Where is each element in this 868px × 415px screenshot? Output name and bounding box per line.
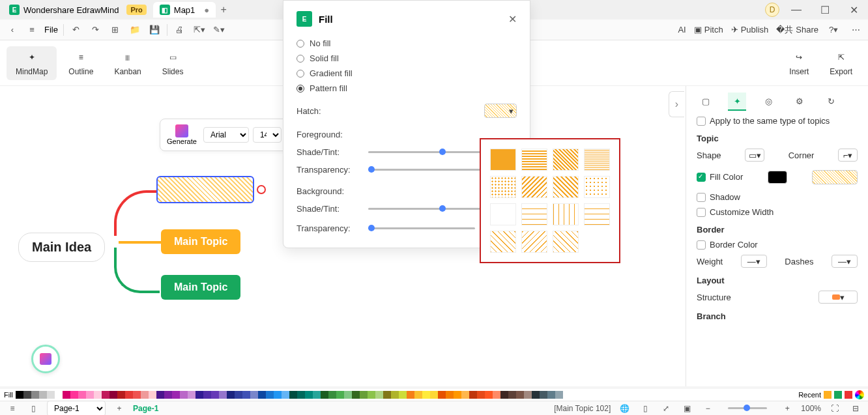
color-swatch[interactable]: [485, 391, 493, 399]
color-swatch[interactable]: [368, 391, 375, 399]
color-swatch[interactable]: [94, 391, 102, 399]
color-swatch[interactable]: [258, 391, 266, 399]
central-node[interactable]: Main Idea: [18, 233, 105, 262]
pitch-button[interactable]: ▣Pitch: [694, 25, 723, 35]
outline-view-button[interactable]: ≡: [5, 401, 20, 416]
export-dd-button[interactable]: ⇱▾: [192, 23, 207, 37]
color-swatch[interactable]: [227, 391, 235, 399]
color-swatch[interactable]: [422, 391, 430, 399]
mode-mindmap[interactable]: ✦MindMap: [7, 46, 57, 80]
color-swatch[interactable]: [86, 391, 94, 399]
color-swatch[interactable]: [211, 391, 219, 399]
redo-button[interactable]: ↷: [89, 23, 103, 37]
color-swatch[interactable]: [164, 391, 172, 399]
weight-dropdown[interactable]: —▾: [741, 255, 767, 268]
color-swatch[interactable]: [547, 391, 555, 399]
pattern-swatch[interactable]: [553, 176, 579, 198]
menu-button[interactable]: ≡: [25, 23, 39, 37]
topic-node[interactable]: Main Topic: [161, 229, 240, 254]
color-swatch[interactable]: [55, 391, 63, 399]
font-select[interactable]: Arial: [203, 127, 249, 143]
color-swatch[interactable]: [414, 391, 422, 399]
color-swatch[interactable]: [540, 391, 547, 399]
radio-solid-fill[interactable]: Solid fill: [297, 51, 517, 66]
color-swatch[interactable]: [430, 391, 438, 399]
pattern-swatch[interactable]: [521, 149, 547, 171]
pattern-swatch[interactable]: [521, 176, 547, 198]
shape-dropdown[interactable]: ▭▾: [745, 149, 764, 162]
pattern-swatch[interactable]: [490, 203, 516, 225]
add-node-button[interactable]: ⊞: [108, 23, 123, 37]
color-wheel-button[interactable]: [855, 390, 864, 399]
ai-fab-button[interactable]: [31, 345, 60, 373]
maximize-button[interactable]: ☐: [813, 1, 837, 19]
color-swatch[interactable]: [375, 391, 383, 399]
color-swatch[interactable]: [266, 391, 274, 399]
color-swatch[interactable]: [149, 391, 156, 399]
color-swatch[interactable]: [188, 391, 195, 399]
pattern-swatch[interactable]: [553, 203, 579, 225]
pattern-swatch[interactable]: [490, 149, 516, 171]
generate-button[interactable]: Generate: [164, 122, 199, 148]
color-swatch[interactable]: [78, 391, 86, 399]
collapse-status-button[interactable]: ⊟: [848, 401, 863, 416]
panel-tab-history[interactable]: ↻: [822, 93, 840, 111]
open-button[interactable]: 📁: [128, 23, 142, 37]
color-swatch[interactable]: [508, 391, 516, 399]
color-swatch[interactable]: [344, 391, 352, 399]
add-child-handle[interactable]: [257, 185, 266, 194]
hatch-dropdown[interactable]: ▾: [484, 104, 517, 118]
color-swatch[interactable]: [242, 391, 250, 399]
radio-gradient-fill[interactable]: Gradient fill: [297, 66, 517, 81]
pattern-swatch[interactable]: [490, 176, 516, 198]
add-tab-button[interactable]: +: [216, 4, 231, 16]
apply-same-checkbox[interactable]: Apply to the same type of topics: [697, 116, 858, 126]
panel-collapse-button[interactable]: ›: [669, 91, 684, 117]
topic-node[interactable]: Main Topic: [161, 275, 240, 300]
color-swatch[interactable]: [383, 391, 391, 399]
dialog-close-button[interactable]: ✕: [508, 13, 517, 25]
radio-no-fill[interactable]: No fill: [297, 36, 517, 51]
color-swatch[interactable]: [63, 391, 70, 399]
corner-dropdown[interactable]: ⌐▾: [838, 149, 858, 162]
color-swatch[interactable]: [524, 391, 532, 399]
topic-node-selected[interactable]: [156, 176, 254, 203]
custwidth-checkbox[interactable]: Customize Width: [697, 207, 858, 217]
color-swatch[interactable]: [289, 391, 297, 399]
fit-width-icon[interactable]: ⤢: [659, 401, 673, 416]
page-select[interactable]: Page-1: [47, 401, 106, 416]
color-swatch[interactable]: [500, 391, 508, 399]
app-tab[interactable]: E Wondershare EdrawMind Pro: [3, 2, 153, 18]
color-swatch[interactable]: [399, 391, 407, 399]
dashes-dropdown[interactable]: —▾: [832, 255, 858, 268]
zoom-slider[interactable]: [728, 407, 767, 409]
fontsize-select[interactable]: 14: [253, 127, 282, 143]
color-swatch[interactable]: [23, 391, 31, 399]
panel-tab-shape[interactable]: ▢: [697, 93, 715, 111]
color-swatch[interactable]: [454, 391, 461, 399]
recent-color-swatch[interactable]: [834, 391, 842, 399]
color-swatch[interactable]: [555, 391, 563, 399]
color-swatch[interactable]: [469, 391, 477, 399]
document-tab[interactable]: ◧ Map1 ●: [153, 2, 216, 18]
color-swatch[interactable]: [352, 391, 360, 399]
color-swatch[interactable]: [156, 391, 164, 399]
insert-button[interactable]: ↪Insert: [780, 46, 818, 80]
page-view-button[interactable]: ▯: [26, 401, 40, 416]
color-swatch[interactable]: [109, 391, 117, 399]
color-swatch[interactable]: [438, 391, 446, 399]
pattern-swatch[interactable]: [553, 231, 579, 253]
mode-slides[interactable]: ▭Slides: [153, 46, 193, 80]
color-swatch[interactable]: [321, 391, 328, 399]
panel-tab-settings[interactable]: ⚙: [790, 93, 809, 111]
color-swatch[interactable]: [141, 391, 149, 399]
color-swatch[interactable]: [172, 391, 180, 399]
color-swatch[interactable]: [133, 391, 141, 399]
mode-outline[interactable]: ≡Outline: [59, 46, 102, 80]
color-swatch[interactable]: [39, 391, 47, 399]
close-button[interactable]: ✕: [842, 1, 865, 19]
color-swatch[interactable]: [516, 391, 524, 399]
fillpattern-swatch[interactable]: [812, 170, 858, 184]
fullscreen-button[interactable]: ⛶: [828, 401, 842, 416]
pattern-swatch[interactable]: [584, 203, 610, 225]
